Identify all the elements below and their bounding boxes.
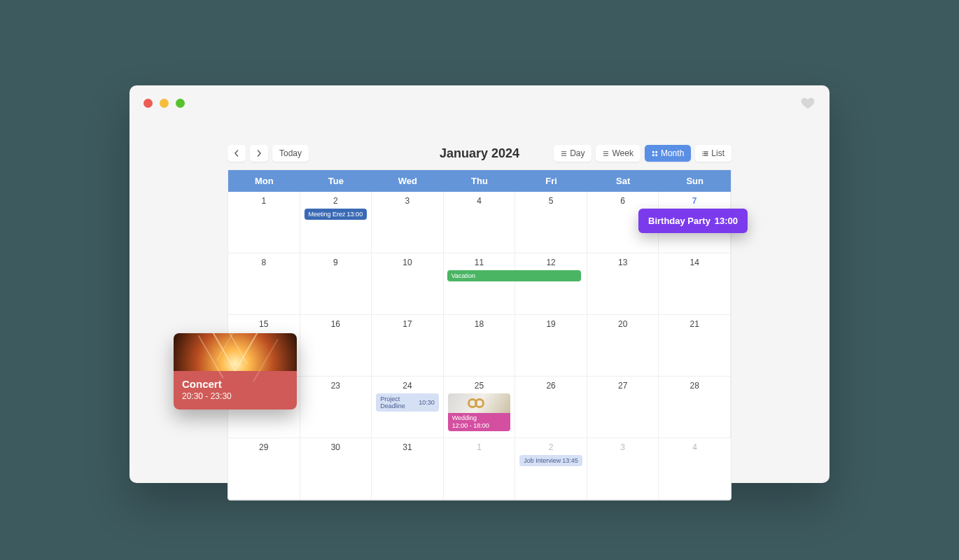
day-cell[interactable]: 23	[300, 377, 372, 438]
day-number: 7	[663, 196, 726, 206]
concert-image	[174, 333, 297, 371]
minimize-icon[interactable]	[160, 99, 169, 108]
day-number: 21	[663, 319, 726, 329]
day-cell[interactable]: 30	[300, 438, 372, 500]
day-cell[interactable]: 18	[444, 315, 516, 377]
day-cell[interactable]: 1	[444, 438, 516, 500]
svg-rect-3	[655, 154, 657, 156]
event-card-concert[interactable]: Concert 20:30 - 23:30	[174, 333, 297, 410]
day-cell[interactable]: 2 Meeting Erez 13:00	[300, 192, 372, 253]
event-deadline[interactable]: Project Deadline 10:30	[376, 393, 439, 412]
view-list-button[interactable]: List	[695, 145, 732, 162]
day-number: 16	[304, 319, 368, 329]
event-time: 13:00	[347, 211, 363, 218]
day-cell[interactable]: 8	[228, 253, 300, 315]
day-number: 14	[663, 258, 726, 267]
grid-icon	[652, 150, 658, 157]
day-number: 1	[448, 442, 511, 452]
day-cell[interactable]: 2 Job Interview 13:45	[515, 438, 587, 500]
day-cell[interactable]: 21	[659, 315, 731, 377]
day-cell[interactable]: 3	[587, 438, 659, 500]
day-cell[interactable]: 11 Vacation	[444, 253, 516, 315]
event-title: Project Deadline	[380, 396, 419, 410]
day-cell[interactable]: 25 Wedding 12:00 - 18:00	[444, 377, 516, 438]
app-logo-icon	[800, 95, 816, 111]
event-interview[interactable]: Job Interview 13:45	[519, 455, 582, 466]
day-number: 19	[519, 319, 582, 329]
day-cell[interactable]: 26	[515, 377, 587, 438]
day-cell[interactable]: 31	[372, 438, 444, 500]
view-switcher: Day Week Month List	[554, 145, 732, 162]
day-cell[interactable]: 9	[300, 253, 372, 315]
day-cell[interactable]: 12	[515, 253, 587, 315]
view-month-button[interactable]: Month	[645, 145, 691, 162]
day-number: 18	[448, 319, 511, 329]
view-label: List	[711, 148, 724, 158]
day-cell[interactable]: 24 Project Deadline 10:30	[372, 377, 444, 438]
month-grid: 1 2 Meeting Erez 13:00 3 4 5 6 7 8 9 10 …	[228, 192, 731, 500]
event-time: 12:00 - 18:00	[452, 422, 507, 430]
event-title: Birthday Party	[648, 216, 710, 226]
event-vacation[interactable]: Vacation	[447, 270, 581, 281]
day-cell[interactable]: 16	[300, 315, 372, 377]
day-number: 12	[519, 258, 582, 267]
concert-body: Concert 20:30 - 23:30	[174, 371, 297, 410]
view-label: Week	[612, 148, 633, 158]
day-cell[interactable]: 3	[372, 192, 444, 253]
day-number: 4	[448, 196, 511, 206]
day-number: 20	[592, 319, 654, 329]
day-number: 25	[448, 381, 511, 391]
day-number: 9	[304, 258, 368, 267]
event-wedding-photo[interactable]	[448, 393, 511, 413]
dow-label: Sun	[659, 170, 731, 192]
event-title: Vacation	[451, 272, 475, 279]
window-controls	[144, 99, 185, 108]
day-number: 29	[232, 442, 295, 452]
day-cell[interactable]: 1	[228, 192, 300, 253]
day-cell[interactable]: 29	[228, 438, 300, 500]
day-cell[interactable]: 14	[659, 253, 731, 315]
day-cell[interactable]: 27	[587, 377, 659, 438]
day-number: 6	[592, 196, 654, 206]
day-number: 5	[519, 196, 582, 206]
day-cell[interactable]: 4	[659, 438, 731, 500]
day-cell[interactable]: 13	[587, 253, 659, 315]
today-button[interactable]: Today	[272, 145, 309, 162]
day-cell[interactable]: 20	[587, 315, 659, 377]
day-number: 31	[376, 442, 439, 452]
svg-rect-2	[652, 154, 654, 156]
day-cell[interactable]: 17	[372, 315, 444, 377]
day-number: 8	[232, 258, 295, 267]
day-cell[interactable]: 28	[659, 377, 731, 438]
day-cell[interactable]: 5	[515, 192, 587, 253]
view-week-button[interactable]: Week	[596, 145, 640, 162]
event-meeting[interactable]: Meeting Erez 13:00	[304, 209, 368, 220]
event-wedding[interactable]: Wedding 12:00 - 18:00	[448, 413, 511, 431]
event-title: Concert	[182, 378, 288, 390]
close-icon[interactable]	[144, 99, 153, 108]
day-cell[interactable]: 10	[372, 253, 444, 315]
day-number: 1	[232, 196, 295, 206]
day-number: 2	[519, 442, 582, 452]
day-number: 23	[304, 381, 368, 391]
calendar-toolbar: Today January 2024 Day Week Month List	[227, 136, 732, 170]
day-number: 27	[592, 381, 654, 391]
svg-rect-1	[655, 150, 657, 153]
view-day-button[interactable]: Day	[554, 145, 592, 162]
day-number: 13	[592, 258, 654, 267]
titlebar	[130, 85, 830, 120]
next-button[interactable]	[250, 145, 268, 162]
day-cell[interactable]: 19	[515, 315, 587, 377]
day-number: 26	[519, 381, 582, 391]
maximize-icon[interactable]	[176, 99, 185, 108]
prev-button[interactable]	[227, 145, 246, 162]
chevron-left-icon	[233, 150, 240, 157]
event-title: Job Interview	[524, 457, 561, 464]
event-card-birthday[interactable]: Birthday Party 13:00	[638, 209, 748, 233]
list-lines-icon	[561, 150, 567, 157]
event-time: 20:30 - 23:30	[182, 391, 288, 401]
event-time: 10:30	[419, 399, 435, 406]
day-number: 28	[663, 381, 726, 391]
day-number: 4	[663, 442, 727, 452]
day-cell[interactable]: 4	[444, 192, 516, 253]
